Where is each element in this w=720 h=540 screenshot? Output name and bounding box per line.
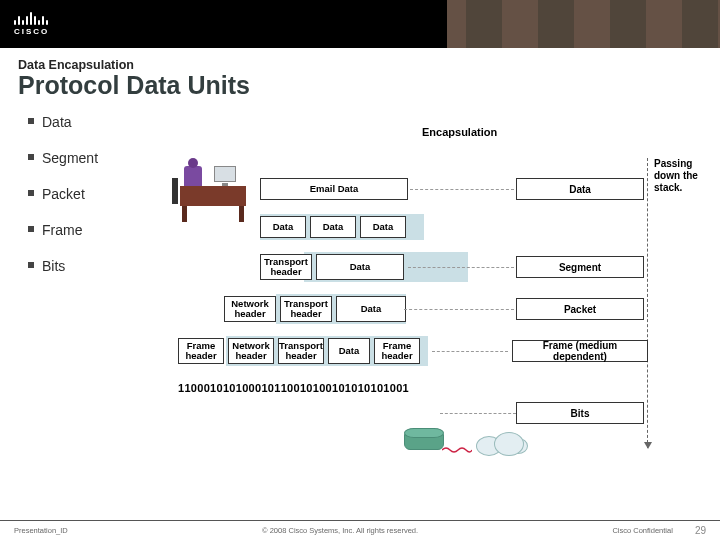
diagram-title: Encapsulation (422, 126, 497, 138)
label-frame: Frame (medium dependent) (512, 340, 648, 362)
side-label-3: stack. (654, 182, 682, 193)
cisco-bars-icon (14, 12, 49, 25)
label-packet: Packet (516, 298, 644, 320)
box-email-data: Email Data (260, 178, 408, 200)
banner-photo-strip (430, 0, 720, 48)
connector-4 (432, 351, 508, 352)
label-segment: Segment (516, 256, 644, 278)
box-transport-header: Transport header (260, 254, 312, 280)
confidential-text: Cisco Confidential (612, 526, 672, 535)
banner: CISCO (0, 0, 720, 48)
row-data-chunks: Data Data Data (260, 216, 406, 238)
copyright-text: © 2008 Cisco Systems, Inc. All rights re… (68, 526, 613, 535)
bits-string: 110001010100010110010100101010101001 (178, 382, 409, 394)
bullet-bits: Bits (28, 258, 98, 274)
pretitle: Data Encapsulation (18, 58, 702, 72)
box-frame-header: Frame header (178, 338, 224, 364)
connector-5 (440, 413, 516, 414)
page-number: 29 (695, 525, 706, 536)
down-arrow-icon (647, 158, 648, 448)
box-data-3: Data (360, 216, 406, 238)
box-network-header: Network header (224, 296, 276, 322)
encapsulation-diagram: Encapsulation Passing down the stack. Em… (170, 110, 710, 490)
connector-1 (410, 189, 514, 190)
row-frame: Frame header Network header Transport he… (178, 338, 420, 364)
cloud-icon (470, 428, 530, 458)
side-label-2: down the (654, 170, 698, 181)
row-segment: Transport header Data (260, 254, 404, 280)
side-label: Passing down the stack. (654, 158, 714, 194)
bullet-segment: Segment (28, 150, 98, 166)
logo-text: CISCO (14, 27, 49, 36)
box-network-header-2: Network header (228, 338, 274, 364)
side-label-1: Passing (654, 158, 692, 169)
box-frame-trailer: Frame header (374, 338, 420, 364)
heading-block: Data Encapsulation Protocol Data Units (0, 48, 720, 98)
bullet-packet: Packet (28, 186, 98, 202)
banner-left: CISCO (0, 0, 430, 48)
signal-line-icon (442, 440, 472, 448)
presentation-id: Presentation_ID (14, 526, 68, 535)
cisco-logo: CISCO (14, 12, 49, 36)
router-icon (404, 428, 444, 454)
connector-3 (404, 309, 514, 310)
box-data-2: Data (310, 216, 356, 238)
label-data: Data (516, 178, 644, 200)
row-packet: Network header Transport header Data (224, 296, 406, 322)
bullet-list: Data Segment Packet Frame Bits (28, 114, 98, 294)
footer: Presentation_ID © 2008 Cisco Systems, In… (0, 520, 720, 540)
connector-2 (408, 267, 514, 268)
box-data-1: Data (260, 216, 306, 238)
bullet-data: Data (28, 114, 98, 130)
box-transport-header-3: Transport header (278, 338, 324, 364)
box-frame-data: Data (328, 338, 370, 364)
label-bits: Bits (516, 402, 644, 424)
page-title: Protocol Data Units (18, 72, 702, 98)
box-transport-header-2: Transport header (280, 296, 332, 322)
box-segment-data: Data (316, 254, 404, 280)
row-data: Email Data (260, 178, 408, 200)
box-packet-data: Data (336, 296, 406, 322)
bullet-frame: Frame (28, 222, 98, 238)
user-at-computer-icon (170, 148, 248, 208)
